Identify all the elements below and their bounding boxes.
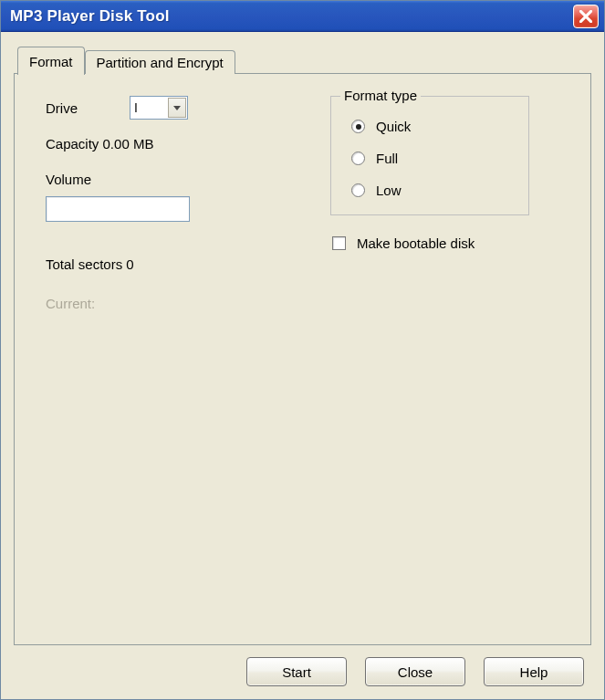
tab-partition-encrypt[interactable]: Partition and Encrypt (85, 50, 235, 74)
total-sectors-text: Total sectors 0 (46, 256, 283, 272)
drive-label: Drive (46, 100, 130, 116)
drive-select-button[interactable] (168, 98, 186, 118)
tab-label: Partition and Encrypt (97, 55, 224, 70)
tab-strip: Format Partition and Encrypt (17, 47, 591, 74)
panel-content: Drive I Capacity 0.00 MB Volume (46, 96, 565, 311)
start-button[interactable]: Start (246, 657, 347, 686)
help-button[interactable]: Help (484, 657, 584, 686)
volume-label: Volume (46, 172, 283, 187)
radio-label: Quick (376, 119, 411, 134)
radio-icon (351, 151, 365, 165)
format-type-legend: Format type (340, 88, 421, 103)
radio-label: Full (376, 151, 398, 166)
client-area: Format Partition and Encrypt Drive I (1, 32, 604, 699)
checkbox-icon (332, 236, 346, 250)
volume-input[interactable] (46, 196, 190, 222)
radio-full[interactable]: Full (351, 151, 514, 166)
checkbox-label: Make bootable disk (357, 235, 475, 251)
current-text: Current: (46, 296, 283, 311)
drive-select[interactable]: I (130, 96, 188, 120)
radio-quick[interactable]: Quick (351, 119, 514, 134)
radio-icon (351, 183, 365, 197)
tab-label: Format (29, 54, 73, 69)
radio-low[interactable]: Low (351, 183, 514, 198)
close-icon (579, 10, 592, 23)
titlebar: MP3 Player Disk Tool (1, 1, 604, 32)
right-column: Format type Quick Full Low (327, 96, 565, 311)
close-window-button[interactable] (573, 5, 599, 28)
chevron-down-icon (173, 106, 181, 110)
tab-format[interactable]: Format (17, 47, 85, 75)
close-button[interactable]: Close (365, 657, 465, 686)
radio-icon (351, 120, 365, 133)
radio-label: Low (376, 183, 402, 198)
make-bootable-checkbox[interactable]: Make bootable disk (332, 235, 565, 251)
window-title: MP3 Player Disk Tool (10, 7, 170, 26)
capacity-text: Capacity 0.00 MB (46, 136, 283, 151)
left-column: Drive I Capacity 0.00 MB Volume (46, 96, 283, 311)
format-type-group: Format type Quick Full Low (330, 96, 529, 215)
drive-select-value: I (130, 100, 141, 115)
tab-panel-format: Drive I Capacity 0.00 MB Volume (14, 73, 591, 645)
window: MP3 Player Disk Tool Format Partition an… (0, 0, 605, 700)
button-row: Start Close Help (14, 646, 591, 686)
drive-row: Drive I (46, 96, 283, 120)
